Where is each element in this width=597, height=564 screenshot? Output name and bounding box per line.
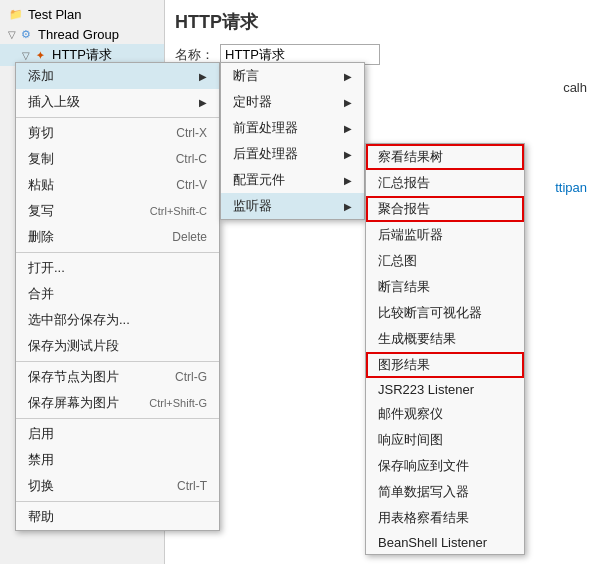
expand-arrow-http: ▽ xyxy=(22,50,30,61)
menu-item-copy[interactable]: 复制 Ctrl-C xyxy=(16,146,219,172)
listener-table-results[interactable]: 用表格察看结果 xyxy=(366,505,524,531)
listener-label: BeanShell Listener xyxy=(378,535,487,550)
menu-item-save-partial[interactable]: 选中部分保存为... xyxy=(16,307,219,333)
menu-item-label: 复制 xyxy=(28,150,54,168)
partial-text-1: calh xyxy=(563,80,587,95)
http-icon: ✦ xyxy=(32,47,48,63)
menu-item-save-snippet[interactable]: 保存为测试片段 xyxy=(16,333,219,359)
shortcut-cut: Ctrl-X xyxy=(176,126,207,140)
separator-3 xyxy=(16,361,219,362)
menu-item-help[interactable]: 帮助 xyxy=(16,504,219,530)
listener-label: 简单数据写入器 xyxy=(378,483,469,501)
folder-icon: 📁 xyxy=(8,6,24,22)
sidebar-item-label: Test Plan xyxy=(28,7,81,22)
listener-label: 汇总报告 xyxy=(378,174,430,192)
listener-label: 生成概要结果 xyxy=(378,330,456,348)
submenu-add-pre-processor[interactable]: 前置处理器 ▶ xyxy=(221,115,364,141)
submenu-add-listener[interactable]: 监听器 ▶ xyxy=(221,193,364,219)
shortcut-copy: Ctrl-C xyxy=(176,152,207,166)
app-window: 📁 Test Plan ▽ ⚙ Thread Group ▽ ✦ HTTP请求 … xyxy=(0,0,597,564)
separator-1 xyxy=(16,117,219,118)
listener-label: 聚合报告 xyxy=(378,200,430,218)
listener-label: 图形结果 xyxy=(378,356,430,374)
shortcut-toggle: Ctrl-T xyxy=(177,479,207,493)
separator-4 xyxy=(16,418,219,419)
submenu-add-timer[interactable]: 定时器 ▶ xyxy=(221,89,364,115)
sidebar-item-thread-group[interactable]: ▽ ⚙ Thread Group xyxy=(0,24,164,44)
menu-item-delete[interactable]: 删除 Delete xyxy=(16,224,219,250)
listener-label: 断言结果 xyxy=(378,278,430,296)
submenu-arrow-insert: ▶ xyxy=(199,97,207,108)
sidebar-item-test-plan[interactable]: 📁 Test Plan xyxy=(0,4,164,24)
submenu-arrow-post: ▶ xyxy=(344,149,352,160)
gear-icon: ⚙ xyxy=(18,26,34,42)
expand-arrow: ▽ xyxy=(8,29,16,40)
menu-item-label: 选中部分保存为... xyxy=(28,311,130,329)
listener-aggregate-graph[interactable]: 汇总图 xyxy=(366,248,524,274)
listener-graph-results[interactable]: 图形结果 xyxy=(366,352,524,378)
menu-item-cut[interactable]: 剪切 Ctrl-X xyxy=(16,120,219,146)
shortcut-node-img: Ctrl-G xyxy=(175,370,207,384)
menu-item-merge[interactable]: 合并 xyxy=(16,281,219,307)
listener-compare-assertion-vis[interactable]: 比较断言可视化器 xyxy=(366,300,524,326)
menu-item-paste[interactable]: 粘贴 Ctrl-V xyxy=(16,172,219,198)
listener-label: 邮件观察仪 xyxy=(378,405,443,423)
listener-aggregate-report[interactable]: 聚合报告 xyxy=(366,196,524,222)
submenu-label: 后置处理器 xyxy=(233,145,298,163)
listener-beanshell[interactable]: BeanShell Listener xyxy=(366,531,524,554)
submenu-label: 断言 xyxy=(233,67,259,85)
menu-item-open[interactable]: 打开... xyxy=(16,255,219,281)
submenu-arrow-timer: ▶ xyxy=(344,97,352,108)
menu-item-enable[interactable]: 启用 xyxy=(16,421,219,447)
listener-response-time-graph[interactable]: 响应时间图 xyxy=(366,427,524,453)
menu-item-label: 保存屏幕为图片 xyxy=(28,394,119,412)
listener-label: 后端监听器 xyxy=(378,226,443,244)
submenu-arrow-config: ▶ xyxy=(344,175,352,186)
submenu-label: 前置处理器 xyxy=(233,119,298,137)
menu-item-label: 切换 xyxy=(28,477,54,495)
listener-save-responses[interactable]: 保存响应到文件 xyxy=(366,453,524,479)
menu-item-label: 打开... xyxy=(28,259,65,277)
submenu-label: 监听器 xyxy=(233,197,272,215)
menu-item-toggle[interactable]: 切换 Ctrl-T xyxy=(16,473,219,499)
menu-item-label: 保存节点为图片 xyxy=(28,368,119,386)
shortcut-rewrite: Ctrl+Shift-C xyxy=(150,205,207,217)
menu-item-label: 启用 xyxy=(28,425,54,443)
listener-mail-viewer[interactable]: 邮件观察仪 xyxy=(366,401,524,427)
listener-jsr223[interactable]: JSR223 Listener xyxy=(366,378,524,401)
menu-item-save-screen-img[interactable]: 保存屏幕为图片 Ctrl+Shift-G xyxy=(16,390,219,416)
menu-item-label: 粘贴 xyxy=(28,176,54,194)
menu-item-rewrite[interactable]: 复写 Ctrl+Shift-C xyxy=(16,198,219,224)
menu-item-disable[interactable]: 禁用 xyxy=(16,447,219,473)
listener-generate-summary[interactable]: 生成概要结果 xyxy=(366,326,524,352)
menu-item-add[interactable]: 添加 ▶ xyxy=(16,63,219,89)
listener-label: 察看结果树 xyxy=(378,148,443,166)
menu-item-label: 添加 xyxy=(28,67,54,85)
listener-assertion-results[interactable]: 断言结果 xyxy=(366,274,524,300)
listener-view-results-tree[interactable]: 察看结果树 xyxy=(366,144,524,170)
listener-simple-data-writer[interactable]: 简单数据写入器 xyxy=(366,479,524,505)
listener-summary-report[interactable]: 汇总报告 xyxy=(366,170,524,196)
menu-item-label: 复写 xyxy=(28,202,54,220)
menu-item-label: 帮助 xyxy=(28,508,54,526)
submenu-arrow-pre: ▶ xyxy=(344,123,352,134)
menu-item-label: 剪切 xyxy=(28,124,54,142)
submenu-arrow-assertion: ▶ xyxy=(344,71,352,82)
submenu-arrow-listener: ▶ xyxy=(344,201,352,212)
menu-item-label: 禁用 xyxy=(28,451,54,469)
listener-label: 保存响应到文件 xyxy=(378,457,469,475)
sidebar-item-label: Thread Group xyxy=(38,27,119,42)
submenu-add-config[interactable]: 配置元件 ▶ xyxy=(221,167,364,193)
shortcut-paste: Ctrl-V xyxy=(176,178,207,192)
listener-backend-listener[interactable]: 后端监听器 xyxy=(366,222,524,248)
partial-text-2: ttipan xyxy=(555,180,587,195)
menu-item-label: 插入上级 xyxy=(28,93,80,111)
shortcut-delete: Delete xyxy=(172,230,207,244)
page-title: HTTP请求 xyxy=(175,10,587,34)
menu-item-save-node-img[interactable]: 保存节点为图片 Ctrl-G xyxy=(16,364,219,390)
submenu-label: 定时器 xyxy=(233,93,272,111)
submenu-add-assertion[interactable]: 断言 ▶ xyxy=(221,63,364,89)
menu-item-insert-parent[interactable]: 插入上级 ▶ xyxy=(16,89,219,115)
separator-5 xyxy=(16,501,219,502)
submenu-add-post-processor[interactable]: 后置处理器 ▶ xyxy=(221,141,364,167)
